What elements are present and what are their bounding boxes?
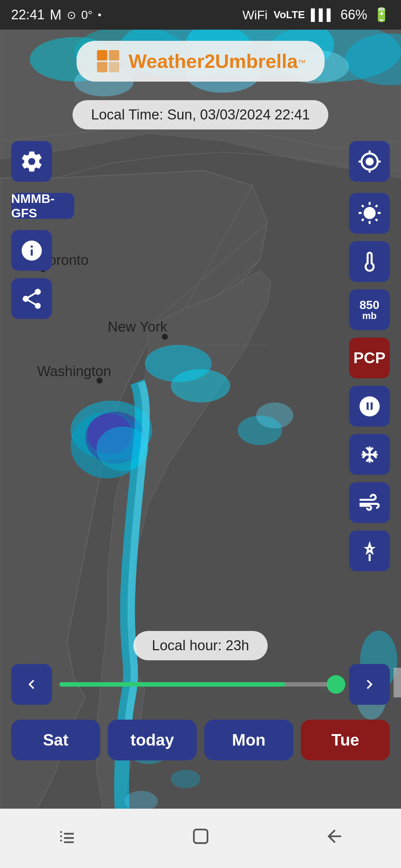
weather-view-button[interactable]	[349, 193, 390, 234]
temp-indicator: 0°	[81, 8, 93, 22]
gmail-icon: M	[50, 7, 62, 23]
wifi-icon: ⊙	[67, 9, 76, 22]
info-icon	[20, 239, 44, 263]
washington-dot	[97, 378, 102, 384]
svg-point-24	[171, 770, 200, 788]
svg-point-32	[364, 409, 368, 413]
svg-point-33	[371, 409, 375, 413]
pcp-button[interactable]: PCP	[349, 338, 390, 378]
signal-bars-icon: ▌▌▌	[311, 9, 335, 21]
time-slider-container[interactable]	[0, 664, 401, 705]
partly-cloudy-icon	[358, 201, 382, 226]
location-icon	[358, 149, 382, 174]
nav-back-stack-icon[interactable]	[57, 826, 77, 851]
snow-button[interactable]	[349, 434, 390, 475]
temperature-button[interactable]	[349, 241, 390, 282]
wind-turbine-icon	[358, 539, 382, 563]
battery-icon: 🔋	[373, 7, 390, 23]
svg-point-15	[171, 369, 230, 402]
status-right: WiFi VoLTE ▌▌▌ 66% 🔋	[242, 7, 390, 23]
chevron-right-icon	[360, 675, 379, 694]
status-bar: 22:41 M ⊙ 0° • WiFi VoLTE ▌▌▌ 66% 🔋	[0, 0, 401, 30]
nav-back-icon[interactable]	[324, 826, 345, 851]
raindrops-icon	[358, 394, 382, 418]
precipitation-button[interactable]	[349, 386, 390, 427]
dot-indicator: •	[98, 9, 101, 21]
850mb-button[interactable]: 850 mb	[349, 289, 390, 330]
slider-thumb[interactable]	[327, 675, 345, 694]
newyork-dot	[162, 334, 168, 340]
day-button-today[interactable]: today	[108, 720, 197, 760]
windmill-button[interactable]	[349, 530, 390, 571]
day-button-mon[interactable]: Mon	[204, 720, 293, 760]
status-left: 22:41 M ⊙ 0° •	[11, 7, 101, 23]
gear-icon	[20, 149, 44, 174]
svg-rect-34	[194, 829, 208, 843]
status-time: 22:41	[11, 7, 45, 23]
svg-rect-28	[97, 50, 107, 60]
time-slider-track[interactable]	[59, 682, 342, 687]
logo-icon	[95, 48, 121, 74]
snowflake-icon	[358, 443, 382, 467]
battery-level: 66%	[340, 7, 367, 23]
share-icon	[20, 287, 44, 311]
navigation-bar	[0, 809, 401, 868]
local-time-display: Local Time: Sun, 03/03/2024 22:41	[72, 100, 328, 129]
info-button[interactable]	[11, 230, 52, 271]
day-selector[interactable]: Sat today Mon Tue	[0, 720, 401, 760]
nav-home-icon[interactable]	[190, 826, 211, 851]
settings-button[interactable]	[11, 141, 52, 182]
lte-icon: VoLTE	[274, 9, 305, 21]
chevron-left-icon	[22, 675, 41, 694]
thermometer-icon	[358, 250, 382, 274]
location-button[interactable]	[349, 141, 390, 182]
day-button-tue[interactable]: Tue	[301, 720, 390, 760]
svg-rect-30	[97, 62, 107, 72]
scrollbar[interactable]	[394, 668, 401, 697]
svg-rect-29	[109, 50, 119, 60]
wifi-signal-icon: WiFi	[242, 8, 268, 22]
day-button-sat[interactable]: Sat	[11, 720, 100, 760]
slider-prev-button[interactable]	[11, 664, 52, 705]
model-selector-button[interactable]: NMMB-GFS	[11, 193, 74, 219]
wind-icon	[358, 491, 382, 515]
logo-name: Weather2Umbrella™	[128, 50, 306, 72]
slider-next-button[interactable]	[349, 664, 390, 705]
svg-point-22	[256, 402, 293, 428]
wind-button[interactable]	[349, 482, 390, 523]
app-logo: Weather2Umbrella™	[76, 41, 325, 82]
share-button[interactable]	[11, 278, 52, 319]
slider-fill	[59, 682, 285, 687]
local-hour-display: Local hour: 23h	[133, 631, 268, 660]
svg-rect-31	[109, 62, 119, 72]
